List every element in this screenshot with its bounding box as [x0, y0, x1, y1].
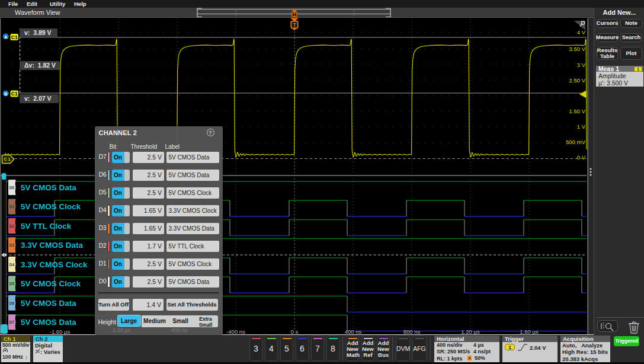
- svg-text:D5: D5: [9, 282, 15, 286]
- svg-text:2.50 V: 2.50 V: [569, 77, 586, 84]
- svg-text:5V TTL Clock: 5V TTL Clock: [21, 222, 72, 231]
- svg-text:D1: D1: [9, 205, 15, 209]
- svg-text:D2: D2: [9, 224, 15, 228]
- svg-text:1 V: 1 V: [577, 123, 586, 130]
- svg-text:D4: D4: [9, 263, 15, 267]
- svg-text:4 V: 4 V: [577, 29, 586, 36]
- svg-text:5V CMOS Data: 5V CMOS Data: [21, 299, 76, 308]
- svg-text:B: B: [4, 91, 8, 97]
- svg-text:3.3V CMOS Data: 3.3V CMOS Data: [21, 241, 84, 250]
- svg-text:T: T: [293, 12, 296, 17]
- svg-text:5V CMOS Clock: 5V CMOS Clock: [21, 279, 81, 288]
- svg-text:Δv: 1.82 V: Δv: 1.82 V: [24, 62, 56, 69]
- svg-text:C 1: C 1: [4, 157, 11, 161]
- svg-text:5V CMOS Data: 5V CMOS Data: [21, 183, 76, 192]
- svg-text:C1: C1: [11, 34, 18, 40]
- svg-text:T: T: [293, 22, 296, 28]
- svg-text:3 V: 3 V: [577, 62, 586, 68]
- svg-text:D3: D3: [9, 243, 15, 247]
- svg-text:0 V: 0 V: [577, 154, 586, 161]
- svg-text:3.3V CMOS Clock: 3.3V CMOS Clock: [21, 260, 88, 269]
- svg-text:D7: D7: [9, 320, 15, 324]
- svg-text:A: A: [4, 34, 8, 40]
- svg-text:5V CMOS Data: 5V CMOS Data: [21, 318, 76, 327]
- svg-text:v: 3.89 V: v: 3.89 V: [24, 29, 52, 36]
- svg-text:v: 2.07 V: v: 2.07 V: [24, 95, 52, 102]
- svg-text:1.50 V: 1.50 V: [569, 108, 586, 114]
- svg-text:500 mV: 500 mV: [566, 139, 585, 145]
- svg-text:C1: C1: [11, 91, 18, 97]
- svg-text:D6: D6: [9, 301, 15, 305]
- svg-text:D0: D0: [9, 186, 15, 190]
- svg-text:5V CMOS Clock: 5V CMOS Clock: [21, 202, 81, 211]
- svg-text:3.50 V: 3.50 V: [569, 46, 586, 52]
